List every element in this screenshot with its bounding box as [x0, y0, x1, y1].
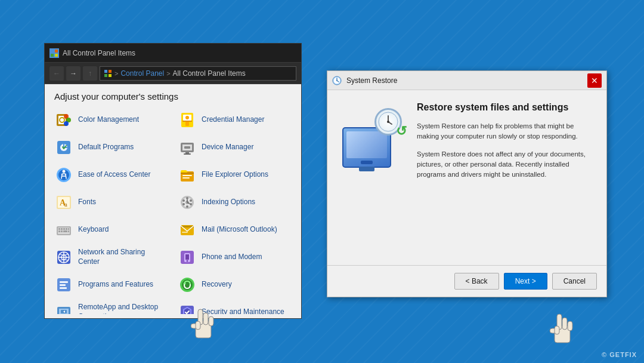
cp-item-file-explorer[interactable]: File Explorer Options — [173, 161, 296, 189]
address-control-panel[interactable]: Control Panel — [120, 69, 164, 78]
cp-content: Adjust your computer's settings — [45, 84, 301, 318]
svg-point-41 — [190, 199, 192, 202]
device-manager-icon — [178, 138, 197, 157]
programs-label: Programs and Features — [78, 280, 153, 290]
svg-rect-52 — [61, 228, 63, 230]
network-label: Network and Sharing Center — [78, 248, 168, 266]
svg-rect-33 — [182, 177, 190, 179]
cp-item-network[interactable]: Network and Sharing Center — [49, 244, 173, 271]
svg-rect-100 — [557, 314, 562, 330]
cp-item-fonts[interactable]: A a Fonts — [49, 189, 173, 216]
svg-rect-73 — [60, 281, 68, 283]
nav-forward-btn[interactable]: → — [66, 66, 80, 81]
sr-titlebar: System Restore ✕ — [327, 71, 606, 90]
svg-rect-104 — [555, 326, 559, 334]
svg-rect-97 — [191, 324, 198, 328]
cp-item-remote[interactable]: RemoteApp and Desktop Connections — [49, 299, 173, 314]
default-programs-icon — [54, 138, 73, 157]
color-mgmt-icon — [54, 110, 73, 130]
svg-point-43 — [186, 205, 188, 208]
svg-rect-3 — [55, 54, 58, 57]
address-home-icon — [104, 69, 112, 78]
cp-item-programs[interactable]: Programs and Features — [49, 271, 173, 299]
cp-item-recovery[interactable]: Recovery — [173, 271, 296, 299]
network-icon — [54, 248, 73, 267]
svg-rect-57 — [61, 230, 63, 232]
cp-row-7: Programs and Features Recovery — [49, 271, 296, 299]
indexing-label: Indexing Options — [202, 198, 255, 207]
sr-desc-2: System Restore does not affect any of yo… — [417, 149, 595, 180]
cp-item-device-manager[interactable]: Device Manager — [173, 134, 296, 161]
remote-icon — [54, 303, 73, 314]
cp-item-phone[interactable]: Phone and Modem — [173, 244, 296, 271]
system-restore-dialog: System Restore ✕ — [327, 70, 607, 297]
cp-item-indexing[interactable]: Indexing Options — [173, 189, 296, 216]
credential-manager-label: Credential Manager — [202, 115, 264, 125]
file-explorer-icon — [178, 165, 197, 184]
svg-point-29 — [63, 170, 66, 173]
sr-back-button[interactable]: < Back — [454, 273, 499, 290]
remote-label: RemoteApp and Desktop Connections — [78, 303, 168, 314]
svg-rect-74 — [60, 284, 66, 286]
svg-rect-75 — [60, 287, 67, 289]
nav-up-btn[interactable]: ↑ — [83, 66, 97, 81]
svg-point-44 — [182, 203, 185, 205]
watermark: © GETFIX — [602, 351, 637, 358]
svg-rect-54 — [66, 228, 67, 230]
svg-rect-53 — [63, 228, 65, 230]
address-bar: > Control Panel > All Control Panel Item… — [100, 66, 296, 81]
sr-illustration: ↺ — [339, 102, 405, 253]
cp-row-2: Default Programs Device Manager — [49, 134, 296, 161]
keyboard-icon — [54, 220, 73, 239]
svg-rect-99 — [555, 326, 570, 343]
cp-item-credential-manager[interactable]: Credential Manager — [173, 106, 296, 134]
svg-point-40 — [186, 197, 188, 199]
svg-point-71 — [187, 260, 188, 262]
svg-rect-51 — [58, 228, 60, 230]
cp-item-color-management[interactable]: Color Management — [49, 106, 173, 134]
file-explorer-label: File Explorer Options — [202, 170, 268, 180]
cp-row-8: RemoteApp and Desktop Connections Securi… — [49, 299, 296, 314]
phone-icon — [178, 248, 197, 267]
address-separator-2: > — [166, 70, 170, 77]
svg-point-13 — [64, 121, 69, 126]
svg-point-92 — [387, 121, 389, 123]
sr-next-button[interactable]: Next > — [504, 273, 547, 290]
svg-rect-31 — [181, 173, 194, 174]
svg-rect-59 — [68, 230, 69, 232]
sr-text-area: Restore system files and settings System… — [417, 102, 595, 253]
cp-titlebar: All Control Panel Items — [45, 44, 301, 63]
programs-icon — [54, 275, 73, 294]
fonts-label: Fonts — [78, 198, 96, 207]
cp-title-icon — [49, 48, 59, 58]
cp-item-mail[interactable]: Mail (Microsoft Outlook) — [173, 216, 296, 244]
sr-close-button[interactable]: ✕ — [587, 73, 602, 88]
svg-rect-18 — [182, 121, 192, 122]
keyboard-label: Keyboard — [78, 225, 109, 235]
cp-item-ease-of-access[interactable]: Ease of Access Center — [49, 161, 173, 189]
fonts-icon: A a — [54, 193, 73, 212]
recovery-label: Recovery — [202, 280, 232, 290]
cp-item-default-programs[interactable]: Default Programs — [49, 134, 173, 161]
color-management-label: Color Management — [78, 115, 139, 125]
svg-point-42 — [190, 203, 192, 205]
svg-rect-4 — [104, 70, 107, 73]
svg-rect-26 — [184, 153, 191, 155]
credential-icon — [178, 110, 197, 130]
sr-title-icon — [332, 76, 342, 85]
device-manager-label: Device Manager — [202, 143, 253, 152]
svg-rect-70 — [185, 254, 189, 260]
nav-back-btn[interactable]: ← — [49, 66, 64, 81]
svg-rect-102 — [568, 321, 572, 331]
cp-items-list: Color Management Credential Manager — [45, 106, 301, 314]
svg-rect-32 — [182, 175, 192, 176]
sr-cancel-button[interactable]: Cancel — [552, 273, 597, 290]
sr-footer: < Back Next > Cancel — [327, 265, 606, 297]
cp-row-1: Color Management Credential Manager — [49, 106, 296, 134]
sr-body: ↺ Restore system files and settings Syst… — [327, 90, 606, 265]
svg-point-45 — [182, 199, 185, 202]
cp-item-keyboard[interactable]: Keyboard — [49, 216, 173, 244]
cp-item-security[interactable]: Security and Maintenance — [173, 299, 296, 314]
cp-row-6: Network and Sharing Center Phone and Mod… — [49, 244, 296, 271]
monitor-base-top — [361, 161, 373, 164]
